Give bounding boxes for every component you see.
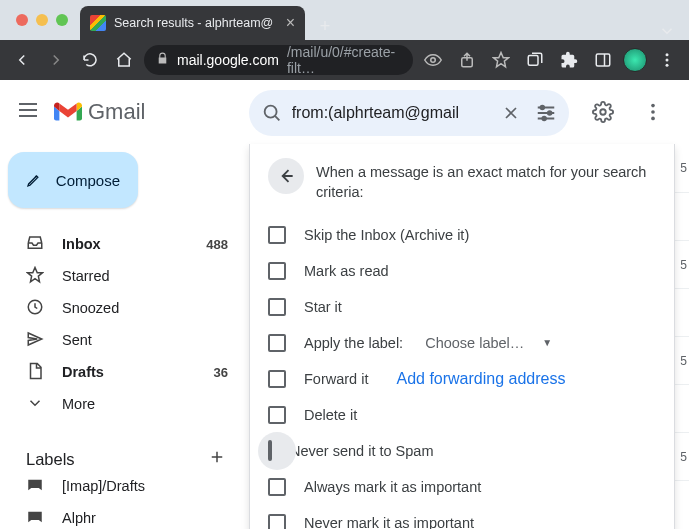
bookmark-star-icon[interactable] <box>487 46 515 74</box>
filter-option-label: Never send it to Spam <box>290 443 433 459</box>
sidebar-item-label: Sent <box>62 332 92 348</box>
compose-button[interactable]: Compose <box>8 152 138 208</box>
filter-option-row: Star it <box>268 289 656 325</box>
main-area: Compose Inbox 488 Starred Snoozed Sent D… <box>0 144 689 529</box>
sidebar-item-inbox[interactable]: Inbox 488 <box>8 228 240 260</box>
label-item[interactable]: Alphr <box>8 502 240 529</box>
sidepanel-icon[interactable] <box>589 46 617 74</box>
browser-tab-strip: Search results - alphrteam@ × + <box>0 0 689 40</box>
maximize-window-button[interactable] <box>56 14 68 26</box>
hamburger-menu-icon[interactable] <box>16 98 40 126</box>
browser-toolbar: mail.google.com/mail/u/0/#create-filt… <box>0 40 689 80</box>
sidebar-item-label: Inbox <box>62 236 101 252</box>
kebab-menu-icon[interactable] <box>653 46 681 74</box>
sidebar-item-label: Starred <box>62 268 110 284</box>
starred-icon <box>26 266 44 287</box>
filter-option-label: Star it <box>304 299 342 315</box>
minimize-window-button[interactable] <box>36 14 48 26</box>
checkbox-wrap <box>268 442 272 460</box>
filter-option-label: Apply the label: <box>304 335 403 351</box>
back-button[interactable] <box>8 46 36 74</box>
gmail-header: Gmail <box>0 80 689 144</box>
browser-tab-active[interactable]: Search results - alphrteam@ × <box>80 6 305 40</box>
new-tab-button[interactable]: + <box>311 12 339 40</box>
close-window-button[interactable] <box>16 14 28 26</box>
url-host: mail.google.com <box>177 52 279 68</box>
compose-label: Compose <box>56 172 120 189</box>
labels-header-text: Labels <box>26 450 75 469</box>
filter-criteria-text: When a message is an exact match for you… <box>316 158 656 203</box>
filter-checkbox[interactable] <box>268 334 286 352</box>
filter-checkbox[interactable] <box>268 262 286 280</box>
filter-option-row: Never send it to Spam <box>268 433 656 469</box>
svg-point-6 <box>666 64 669 67</box>
filter-panel: When a message is an exact match for you… <box>249 144 675 529</box>
svg-point-10 <box>542 117 546 121</box>
filter-option-label: Mark as read <box>304 263 389 279</box>
svg-point-12 <box>600 109 606 115</box>
tab-overflow-icon[interactable] <box>653 22 681 40</box>
share-icon[interactable] <box>453 46 481 74</box>
tab-title: Search results - alphrteam@ <box>114 16 278 30</box>
gmail-logo[interactable]: Gmail <box>54 99 145 125</box>
svg-point-13 <box>651 104 655 108</box>
search-input[interactable] <box>292 104 492 122</box>
settings-gear-icon[interactable] <box>583 92 623 132</box>
filter-checkbox[interactable] <box>268 514 286 529</box>
sidebar-item-label: Drafts <box>62 364 104 380</box>
sidebar-item-drafts[interactable]: Drafts 36 <box>8 356 240 388</box>
filter-option-row: Forward itAdd forwarding address <box>268 361 656 397</box>
address-bar[interactable]: mail.google.com/mail/u/0/#create-filt… <box>144 45 413 75</box>
svg-point-14 <box>651 110 655 114</box>
filter-checkbox[interactable] <box>268 298 286 316</box>
label-select[interactable]: Choose label…▼ <box>425 335 552 351</box>
sent-icon <box>26 330 44 351</box>
reload-button[interactable] <box>76 46 104 74</box>
tab-strip: Search results - alphrteam@ × + <box>80 0 681 40</box>
sidebar-item-sent[interactable]: Sent <box>8 324 240 356</box>
home-button[interactable] <box>110 46 138 74</box>
eye-icon[interactable] <box>419 46 447 74</box>
svg-rect-3 <box>596 54 610 66</box>
search-icon[interactable] <box>257 93 288 133</box>
search-bar[interactable] <box>249 90 569 136</box>
filter-option-row: Never mark it as important <box>268 505 656 529</box>
forward-button[interactable] <box>42 46 70 74</box>
svg-point-8 <box>540 106 544 110</box>
sidebar-item-more[interactable]: More <box>8 388 240 420</box>
svg-point-9 <box>548 111 552 115</box>
more-icon <box>26 394 44 415</box>
extension-avatar-icon[interactable] <box>623 48 647 72</box>
filter-checkbox[interactable] <box>268 370 286 388</box>
add-label-icon[interactable] <box>208 448 226 470</box>
browser-toolbar-right <box>419 46 681 74</box>
filter-options: Skip the Inbox (Archive it)Mark as readS… <box>268 217 656 529</box>
filter-option-row: Always mark it as important <box>268 469 656 505</box>
search-options-icon[interactable] <box>530 93 561 133</box>
add-forwarding-link[interactable]: Add forwarding address <box>396 370 565 388</box>
svg-point-7 <box>265 106 277 118</box>
filter-back-button[interactable] <box>268 158 304 194</box>
filter-option-label: Forward it <box>304 371 368 387</box>
lock-icon <box>156 52 169 68</box>
svg-point-4 <box>666 53 669 56</box>
filter-checkbox[interactable] <box>268 226 286 244</box>
filter-option-label: Delete it <box>304 407 357 423</box>
url-path: /mail/u/0/#create-filt… <box>287 44 401 76</box>
sidebar-item-snoozed[interactable]: Snoozed <box>8 292 240 324</box>
label-item[interactable]: [Imap]/Drafts <box>8 470 240 502</box>
sidebar-item-label: Snoozed <box>62 300 119 316</box>
filter-checkbox[interactable] <box>268 440 272 461</box>
more-vert-icon[interactable] <box>633 92 673 132</box>
filter-checkbox[interactable] <box>268 478 286 496</box>
tab-groups-icon[interactable] <box>521 46 549 74</box>
window-controls <box>8 14 68 26</box>
gmail-wordmark: Gmail <box>88 99 145 125</box>
labels-list: [Imap]/DraftsAlphr <box>8 470 240 529</box>
clear-search-icon[interactable] <box>496 93 527 133</box>
filter-option-label: Skip the Inbox (Archive it) <box>304 227 469 243</box>
extensions-icon[interactable] <box>555 46 583 74</box>
close-tab-icon[interactable]: × <box>286 14 295 32</box>
filter-checkbox[interactable] <box>268 406 286 424</box>
sidebar-item-starred[interactable]: Starred <box>8 260 240 292</box>
